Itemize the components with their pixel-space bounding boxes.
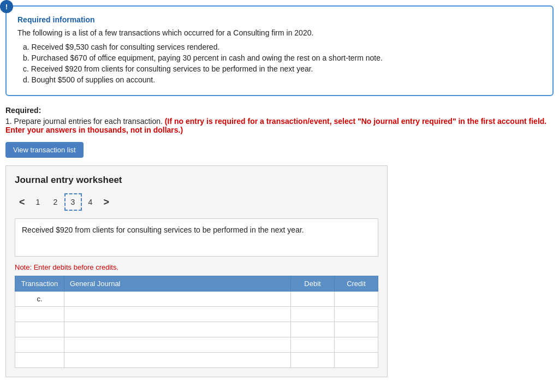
prev-tab-button[interactable]: < — [15, 194, 29, 210]
tab-4-button[interactable]: 4 — [82, 193, 99, 211]
journal-entry-worksheet: Journal entry worksheet < 1 2 3 4 > Rece… — [5, 165, 388, 377]
table-row — [15, 337, 378, 353]
general-journal-input-3[interactable] — [69, 325, 286, 334]
transaction-cell-5 — [15, 353, 64, 368]
list-item: a. Received $9,530 cash for consulting s… — [23, 43, 542, 51]
col-header-general-journal: General Journal — [64, 276, 291, 292]
col-header-debit: Debit — [291, 276, 335, 292]
debit-input-3[interactable] — [295, 325, 330, 334]
debit-input-2[interactable] — [295, 310, 330, 318]
required-section: Required: 1. Prepare journal entries for… — [5, 106, 554, 134]
tab-3-button[interactable]: 3 — [64, 193, 82, 211]
general-journal-cell-3[interactable] — [64, 322, 291, 337]
list-item: b. Purchased $670 of office equipment, p… — [23, 54, 542, 62]
general-journal-input-4[interactable] — [69, 341, 286, 349]
debit-cell-4[interactable] — [291, 337, 335, 353]
note-text: Note: Enter debits before credits. — [15, 263, 378, 271]
tab-1-button[interactable]: 1 — [29, 193, 47, 211]
credit-cell-2[interactable] — [335, 307, 378, 322]
col-header-transaction: Transaction — [15, 276, 64, 292]
transaction-cell-3 — [15, 322, 64, 337]
credit-input-4[interactable] — [339, 341, 373, 349]
tab-2-button[interactable]: 2 — [47, 193, 64, 211]
table-row — [15, 307, 378, 322]
alert-icon: ! — [0, 0, 13, 13]
debit-input-4[interactable] — [295, 341, 330, 349]
tab-numbers: 1 2 3 4 — [29, 193, 99, 211]
list-item: c. Received $920 from clients for consul… — [23, 64, 542, 73]
general-journal-cell-4[interactable] — [64, 337, 291, 353]
debit-cell-3[interactable] — [291, 322, 335, 337]
view-transaction-list-button[interactable]: View transaction list — [5, 142, 84, 158]
info-box: ! Required information The following is … — [5, 5, 554, 96]
credit-input-2[interactable] — [339, 310, 373, 318]
general-journal-cell-5[interactable] — [64, 353, 291, 368]
next-tab-button[interactable]: > — [99, 194, 114, 210]
col-header-credit: Credit — [335, 276, 378, 292]
journal-table: Transaction General Journal Debit Credit… — [15, 276, 378, 368]
credit-cell-3[interactable] — [335, 322, 378, 337]
transaction-description-box: Received $920 from clients for consultin… — [15, 218, 378, 257]
debit-cell-1[interactable] — [291, 292, 335, 307]
info-title: Required information — [17, 15, 542, 24]
general-journal-cell-2[interactable] — [64, 307, 291, 322]
credit-input-1[interactable] — [339, 295, 373, 303]
transaction-cell-1: c. — [15, 292, 64, 307]
general-journal-cell-1[interactable] — [64, 292, 291, 307]
general-journal-input-1[interactable] — [69, 295, 286, 303]
credit-cell-1[interactable] — [335, 292, 378, 307]
debit-cell-5[interactable] — [291, 353, 335, 368]
worksheet-title: Journal entry worksheet — [15, 175, 378, 186]
list-item: d. Bought $500 of supplies on account. — [23, 75, 542, 84]
tab-navigation: < 1 2 3 4 > — [15, 193, 378, 211]
transaction-cell-2 — [15, 307, 64, 322]
credit-input-3[interactable] — [339, 325, 373, 334]
debit-input-1[interactable] — [295, 295, 330, 303]
debit-input-5[interactable] — [295, 356, 330, 364]
debit-cell-2[interactable] — [291, 307, 335, 322]
table-row — [15, 353, 378, 368]
table-row: c. — [15, 292, 378, 307]
credit-cell-4[interactable] — [335, 337, 378, 353]
general-journal-input-5[interactable] — [69, 356, 286, 364]
instruction-bold: 1. Prepare journal entries for each tran… — [5, 117, 163, 126]
credit-cell-5[interactable] — [335, 353, 378, 368]
credit-input-5[interactable] — [339, 356, 373, 364]
transaction-list: a. Received $9,530 cash for consulting s… — [17, 43, 542, 84]
table-row — [15, 322, 378, 337]
info-description: The following is a list of a few transac… — [17, 28, 542, 37]
required-label: Required: — [5, 106, 41, 115]
transaction-cell-4 — [15, 337, 64, 353]
general-journal-input-2[interactable] — [69, 310, 286, 318]
